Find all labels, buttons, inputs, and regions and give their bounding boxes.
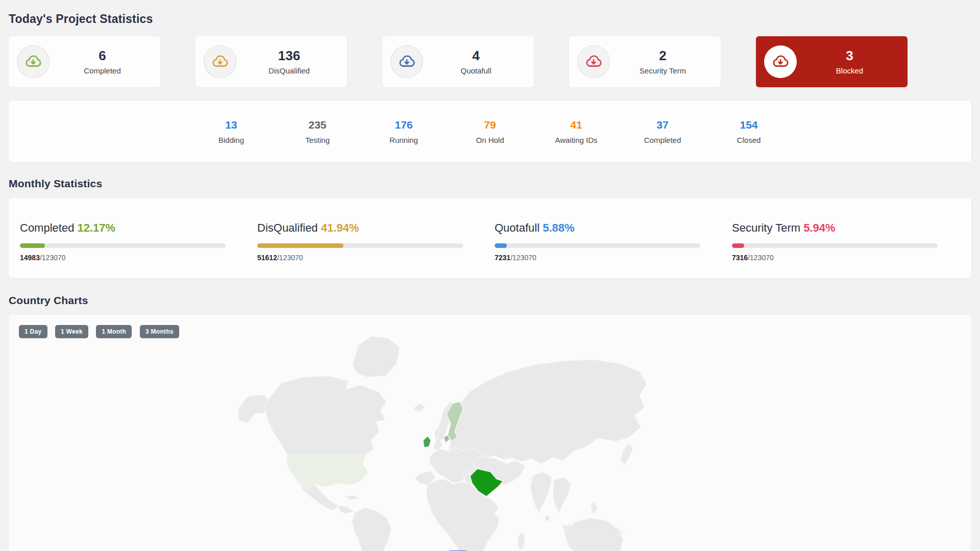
monthly-percent: 5.88% xyxy=(543,221,574,234)
page-title: Today's Project Statistics xyxy=(9,12,971,26)
cloud-download-icon xyxy=(204,45,236,78)
status-value: 235 xyxy=(275,119,361,131)
status-label: Completed xyxy=(620,136,706,144)
status-value: 79 xyxy=(447,119,533,131)
stat-value: 3 xyxy=(797,48,902,63)
status-value: 41 xyxy=(533,119,620,131)
range-button-1-day[interactable]: 1 Day xyxy=(19,325,47,338)
map-land xyxy=(238,336,647,551)
stat-label: Blocked xyxy=(797,66,902,75)
monthly-value: 14983 xyxy=(20,254,40,262)
monthly-label: Security Term xyxy=(732,221,800,234)
status-label: Awaiting IDs xyxy=(533,136,620,144)
status-running[interactable]: 176 Running xyxy=(361,119,447,144)
monthly-completed: Completed 12.17% 14983/123070 xyxy=(20,221,257,278)
status-testing[interactable]: 235 Testing xyxy=(275,119,361,144)
status-value: 13 xyxy=(188,119,275,131)
cloud-download-icon xyxy=(17,45,50,78)
status-value: 37 xyxy=(620,119,706,131)
map-country-ireland xyxy=(423,436,431,447)
status-label: Testing xyxy=(275,136,361,144)
monthly-percent: 41.94% xyxy=(321,221,359,234)
status-label: On Hold xyxy=(447,136,533,144)
monthly-percent: 5.94% xyxy=(803,221,835,234)
stat-value: 136 xyxy=(236,48,342,63)
monthly-quotafull: Quotafull 5.88% 7231/123070 xyxy=(495,221,732,278)
progress-bar xyxy=(732,243,938,248)
stat-value: 4 xyxy=(423,48,529,63)
world-map[interactable] xyxy=(232,332,651,551)
monthly-value: 7231 xyxy=(495,254,510,262)
card-completed[interactable]: 6 Completed xyxy=(9,36,160,87)
monthly-label: Quotafull xyxy=(495,221,540,234)
status-on-hold[interactable]: 79 On Hold xyxy=(447,119,533,144)
date-range-buttons: 1 Day 1 Week 1 Month 3 Months xyxy=(19,325,961,338)
monthly-label: Completed xyxy=(20,221,74,234)
today-cards-row: 6 Completed 136 DisQualified 4 Quotafull xyxy=(9,36,971,87)
monthly-statistics-title: Monthly Statistics xyxy=(9,178,971,190)
cloud-download-icon xyxy=(390,45,423,78)
status-label: Bidding xyxy=(188,136,275,144)
cloud-download-icon xyxy=(577,45,610,78)
country-charts-title: Country Charts xyxy=(9,294,971,307)
monthly-total: 123070 xyxy=(279,254,303,262)
cloud-download-icon xyxy=(764,45,797,78)
monthly-disqualified: DisQualified 41.94% 51612/123070 xyxy=(257,221,495,278)
progress-bar xyxy=(257,243,463,248)
country-charts-card: 1 Day 1 Week 1 Month 3 Months xyxy=(9,315,971,551)
monthly-statistics-card: Completed 12.17% 14983/123070 DisQualifi… xyxy=(9,198,971,278)
status-value: 154 xyxy=(706,119,792,131)
progress-fill xyxy=(20,243,45,248)
range-button-3-months[interactable]: 3 Months xyxy=(140,325,179,338)
monthly-total: 123070 xyxy=(42,254,66,262)
range-button-1-week[interactable]: 1 Week xyxy=(55,325,88,338)
progress-fill xyxy=(495,243,507,248)
stat-label: Security Term xyxy=(610,66,716,75)
card-quotafull[interactable]: 4 Quotafull xyxy=(382,36,534,87)
progress-bar xyxy=(495,243,700,248)
monthly-total: 123070 xyxy=(512,254,536,262)
status-value: 176 xyxy=(361,119,447,131)
stat-value: 2 xyxy=(610,48,716,63)
status-bidding[interactable]: 13 Bidding xyxy=(188,119,275,144)
progress-bar xyxy=(20,243,226,248)
status-label: Closed xyxy=(706,136,792,144)
range-button-1-month[interactable]: 1 Month xyxy=(96,325,132,338)
status-awaiting-ids[interactable]: 41 Awaiting IDs xyxy=(533,119,620,144)
stat-label: Quotafull xyxy=(423,66,529,75)
monthly-security-term: Security Term 5.94% 7316/123070 xyxy=(732,221,969,278)
dashboard: Today's Project Statistics 6 Completed 1… xyxy=(0,0,980,551)
status-closed[interactable]: 154 Closed xyxy=(706,119,792,144)
card-security-term[interactable]: 2 Security Term xyxy=(569,36,721,87)
status-label: Running xyxy=(361,136,447,144)
status-completed[interactable]: 37 Completed xyxy=(620,119,706,144)
monthly-label: DisQualified xyxy=(257,221,318,234)
monthly-percent: 12.17% xyxy=(78,221,116,234)
progress-fill xyxy=(257,243,344,248)
project-status-summary: 13 Bidding 235 Testing 176 Running 79 On… xyxy=(9,101,971,162)
stat-label: Completed xyxy=(50,66,155,75)
monthly-total: 123070 xyxy=(750,254,774,262)
stat-label: DisQualified xyxy=(236,66,342,75)
progress-fill xyxy=(732,243,744,248)
stat-value: 6 xyxy=(50,48,155,63)
monthly-value: 7316 xyxy=(732,254,748,262)
monthly-value: 51612 xyxy=(257,254,277,262)
card-blocked-selected[interactable]: 3 Blocked xyxy=(756,36,908,87)
card-disqualified[interactable]: 136 DisQualified xyxy=(195,36,347,87)
